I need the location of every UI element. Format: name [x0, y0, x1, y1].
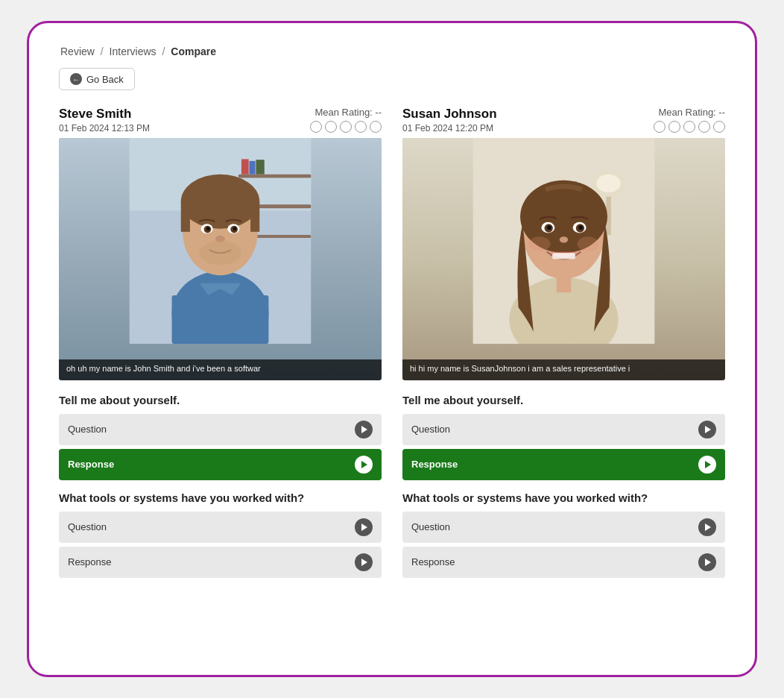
candidate-1-subtitle-text: oh uh my name is John Smith and i've bee…: [66, 363, 261, 377]
candidate-1-q2-question-play[interactable]: [355, 518, 373, 536]
breadcrumb-sep-1: /: [101, 45, 107, 57]
svg-point-20: [199, 241, 241, 265]
candidate-1-q2-question-row[interactable]: Question: [59, 512, 382, 543]
svg-rect-2: [238, 174, 311, 178]
candidate-2-q1-response-row[interactable]: Response: [402, 449, 725, 480]
candidate-2-q1-question-label: Question: [411, 424, 450, 435]
candidate-1-q2-question-label: Question: [68, 521, 107, 532]
candidate-2-q2-response-label: Response: [411, 556, 455, 567]
candidate-1-subtitle: oh uh my name is John Smith and i've bee…: [59, 359, 382, 380]
candidate-2-q1-response-play[interactable]: [698, 456, 716, 474]
svg-point-17: [206, 227, 210, 230]
candidate-2-q2-question-label: Question: [411, 521, 450, 532]
rating-circle-1: [310, 121, 322, 133]
svg-rect-11: [181, 201, 190, 232]
rating-circle-7: [668, 121, 680, 133]
candidate-1-q1-response-label: Response: [68, 459, 114, 470]
candidate-1-q1-response-row[interactable]: Response: [59, 449, 382, 480]
candidate-2-section-1-title: Tell me about yourself.: [402, 394, 725, 406]
play-triangle-icon-2: [361, 461, 367, 468]
candidate-1-q1-question-row[interactable]: Question: [59, 414, 382, 445]
candidate-2-info: Susan Johnson 01 Feb 2024 12:20 PM: [402, 107, 497, 133]
candidate-1-header: Steve Smith 01 Feb 2024 12:13 PM Mean Ra…: [59, 107, 382, 133]
candidate-1-q1-question-play[interactable]: [355, 421, 373, 438]
candidate-panel-2: Susan Johnson 01 Feb 2024 12:20 PM Mean …: [402, 107, 725, 582]
play-triangle-icon-8: [705, 559, 711, 566]
candidate-2-subtitle-text: hi hi my name is SusanJohnson i am a sal…: [410, 363, 630, 377]
breadcrumb-compare: Compare: [171, 45, 216, 57]
rating-circle-8: [683, 121, 695, 133]
svg-point-35: [547, 225, 551, 230]
breadcrumb: Review / Interviews / Compare: [59, 45, 725, 57]
svg-point-10: [181, 174, 260, 229]
candidate-1-q1-question-label: Question: [68, 424, 107, 435]
candidate-2-mean-label: Mean Rating: --: [654, 107, 725, 118]
candidate-2-q2-question-play[interactable]: [698, 518, 716, 536]
svg-rect-38: [552, 253, 575, 259]
go-back-button[interactable]: ← Go Back: [59, 68, 135, 90]
rating-circle-3: [340, 121, 352, 133]
candidate-1-info: Steve Smith 01 Feb 2024 12:13 PM: [59, 107, 150, 133]
play-triangle-icon-5: [705, 426, 711, 433]
svg-rect-21: [172, 295, 269, 344]
svg-rect-7: [256, 160, 264, 174]
play-triangle-icon-4: [361, 559, 367, 566]
candidate-1-section-1-title: Tell me about yourself.: [59, 394, 382, 406]
breadcrumb-sep-2: /: [162, 45, 168, 57]
candidate-2-name: Susan Johnson: [402, 107, 497, 122]
candidate-1-mean-label: Mean Rating: --: [310, 107, 382, 118]
svg-point-37: [560, 236, 568, 242]
candidate-2-q1-question-row[interactable]: Question: [402, 414, 725, 445]
svg-point-39: [528, 236, 550, 251]
play-triangle-icon-7: [705, 524, 711, 531]
candidate-2-face-svg: [402, 138, 725, 344]
candidate-1-name: Steve Smith: [59, 107, 150, 122]
candidate-2-subtitle: hi hi my name is SusanJohnson i am a sal…: [402, 359, 725, 380]
video-1[interactable]: oh uh my name is John Smith and i've bee…: [59, 138, 382, 380]
breadcrumb-review[interactable]: Review: [60, 45, 95, 57]
rating-circle-4: [355, 121, 367, 133]
rating-circle-9: [698, 121, 710, 133]
candidate-2-q1-question-play[interactable]: [698, 421, 716, 438]
svg-rect-5: [241, 159, 249, 174]
candidate-1-face-svg: [59, 138, 382, 344]
candidate-2-date: 01 Feb 2024 12:20 PM: [402, 123, 497, 133]
candidate-1-rating: Mean Rating: --: [310, 107, 382, 133]
candidate-panel-1: Steve Smith 01 Feb 2024 12:13 PM Mean Ra…: [59, 107, 382, 582]
go-back-label: Go Back: [86, 74, 124, 85]
rating-circle-2: [325, 121, 337, 133]
go-back-icon: ←: [70, 73, 82, 85]
candidate-1-section-2-title: What tools or systems have you worked wi…: [59, 491, 382, 504]
svg-point-40: [577, 236, 598, 251]
candidate-2-section-2-title: What tools or systems have you worked wi…: [402, 491, 725, 504]
candidate-2-header: Susan Johnson 01 Feb 2024 12:20 PM Mean …: [402, 107, 725, 133]
candidate-1-video-frame: [59, 138, 382, 380]
svg-point-36: [578, 225, 583, 230]
candidate-1-q2-response-play[interactable]: [355, 553, 373, 571]
candidate-1-circles: [310, 121, 382, 133]
compare-grid: Steve Smith 01 Feb 2024 12:13 PM Mean Ra…: [59, 107, 725, 582]
candidate-2-q2-response-row[interactable]: Response: [402, 547, 725, 578]
video-2[interactable]: hi hi my name is SusanJohnson i am a sal…: [402, 138, 725, 380]
candidate-2-q1-response-label: Response: [411, 459, 458, 470]
candidate-2-q2-response-play[interactable]: [698, 553, 716, 571]
candidate-2-q2-question-row[interactable]: Question: [402, 512, 725, 543]
rating-circle-6: [654, 121, 666, 133]
candidate-1-q2-response-row[interactable]: Response: [59, 547, 382, 578]
candidate-1-date: 01 Feb 2024 12:13 PM: [59, 123, 150, 133]
main-card: Review / Interviews / Compare ← Go Back …: [27, 21, 757, 677]
candidate-2-circles: [654, 121, 725, 133]
svg-rect-12: [250, 201, 259, 232]
candidate-2-video-frame: [402, 138, 725, 380]
candidate-1-q2-response-label: Response: [68, 556, 112, 567]
svg-point-18: [233, 227, 237, 230]
candidate-2-rating: Mean Rating: --: [654, 107, 725, 133]
play-triangle-icon-3: [361, 524, 367, 531]
candidate-1-q1-response-play[interactable]: [355, 456, 373, 474]
rating-circle-5: [370, 121, 382, 133]
play-triangle-icon-6: [705, 461, 711, 468]
breadcrumb-interviews[interactable]: Interviews: [110, 45, 157, 57]
svg-rect-6: [249, 161, 255, 174]
play-triangle-icon: [361, 426, 367, 433]
rating-circle-10: [713, 121, 725, 133]
